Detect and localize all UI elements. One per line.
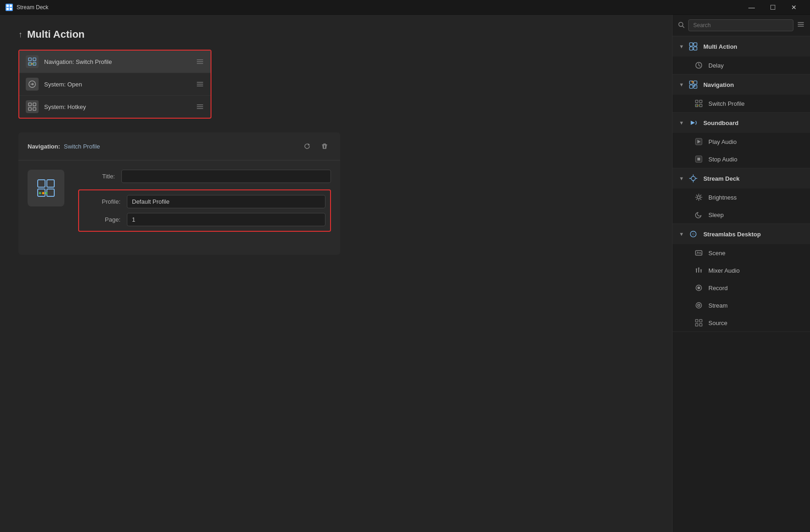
sidebar-item-play-audio[interactable]: Play Audio — [673, 133, 810, 150]
profile-label: Profile: — [84, 198, 120, 205]
title-input[interactable] — [121, 170, 331, 183]
detail-refresh-button[interactable] — [301, 140, 314, 153]
sidebar-section-multi-action: ▼ Multi Action — [673, 36, 810, 74]
action-list: Navigation: Switch Profile System: Open — [18, 50, 211, 119]
stream-label: Stream — [708, 302, 728, 309]
svg-point-22 — [46, 192, 48, 194]
svg-point-78 — [698, 305, 699, 306]
svg-line-61 — [701, 199, 702, 200]
action-item-sys-hotkey[interactable]: System: Hotkey — [19, 96, 211, 118]
sidebar-section-stream-deck: ▼ Stream Deck — [673, 168, 810, 224]
back-icon[interactable]: ↑ — [18, 30, 23, 40]
detail-preview-icon — [28, 170, 64, 206]
mixer-audio-label: Mixer Audio — [708, 267, 740, 274]
sidebar-item-scene[interactable]: Scene — [673, 244, 810, 262]
sidebar-item-source[interactable]: Source — [673, 314, 810, 332]
sidebar-item-stop-audio[interactable]: Stop Audio — [673, 150, 810, 168]
sidebar-section-streamlabs: ▼ Streamlabs Desktop — [673, 224, 810, 332]
svg-rect-39 — [700, 100, 702, 103]
sidebar-list-button[interactable] — [797, 21, 804, 30]
window-controls: — ☐ ✕ — [741, 0, 804, 15]
minimize-button[interactable]: — — [741, 0, 762, 15]
nav-switch-label: Navigation: Switch Profile — [44, 58, 196, 65]
svg-point-71 — [696, 269, 697, 270]
svg-point-72 — [698, 268, 700, 269]
stream-deck-chevron: ▼ — [679, 176, 684, 181]
navigation-title: Navigation — [703, 81, 734, 88]
sleep-label: Sleep — [708, 212, 724, 218]
svg-point-67 — [697, 252, 698, 253]
svg-rect-4 — [29, 58, 31, 61]
detail-body: Title: Profile: Default Profile Page: — [18, 160, 340, 241]
svg-rect-80 — [700, 320, 702, 322]
stream-deck-icon — [688, 173, 699, 184]
sidebar-section-header-navigation[interactable]: ▼ Navigation — [673, 74, 810, 95]
profile-select[interactable]: Default Profile — [127, 195, 325, 208]
svg-point-43 — [697, 105, 698, 106]
svg-point-55 — [697, 196, 700, 199]
stop-audio-icon — [694, 154, 704, 164]
svg-line-24 — [683, 26, 685, 28]
sidebar-section-header-stream-deck[interactable]: ▼ Stream Deck — [673, 168, 810, 189]
delay-icon — [694, 60, 704, 70]
action-item-nav-switch[interactable]: Navigation: Switch Profile — [19, 51, 211, 73]
svg-rect-28 — [690, 43, 693, 46]
nav-switch-icon — [26, 55, 39, 68]
sidebar-section-header-streamlabs[interactable]: ▼ Streamlabs Desktop — [673, 224, 810, 244]
sidebar-search-input[interactable] — [688, 19, 793, 31]
svg-rect-5 — [33, 58, 36, 61]
brightness-icon — [694, 192, 704, 202]
profile-page-box: Profile: Default Profile Page: 1 — [78, 189, 331, 232]
detail-nav-value: Switch Profile — [64, 143, 301, 150]
app-title: Stream Deck — [17, 4, 741, 11]
detail-delete-button[interactable] — [318, 140, 331, 153]
close-button[interactable]: ✕ — [783, 0, 804, 15]
svg-rect-38 — [696, 100, 698, 103]
sidebar-item-sleep[interactable]: Sleep — [673, 206, 810, 223]
svg-point-37 — [694, 86, 696, 87]
sidebar-section-header-soundboard[interactable]: ▼ Soundboard — [673, 113, 810, 133]
play-audio-label: Play Audio — [708, 138, 736, 145]
sys-open-drag[interactable] — [196, 81, 204, 87]
svg-rect-19 — [47, 189, 54, 196]
svg-point-73 — [701, 269, 702, 271]
detail-form: Title: Profile: Default Profile Page: — [78, 170, 331, 232]
sys-open-icon — [26, 78, 39, 91]
sys-hotkey-drag[interactable] — [196, 103, 204, 110]
sys-open-label: System: Open — [44, 81, 196, 88]
scene-label: Scene — [708, 250, 725, 257]
page-header: ↑ Multi Action — [18, 29, 654, 40]
stream-icon — [694, 300, 704, 310]
svg-rect-13 — [33, 103, 36, 106]
page-select[interactable]: 1 — [127, 213, 325, 226]
mixer-audio-icon — [694, 265, 704, 275]
svg-rect-36 — [694, 85, 697, 88]
soundboard-icon — [688, 117, 699, 128]
sys-hotkey-icon — [26, 100, 39, 113]
svg-rect-2 — [6, 8, 9, 10]
app-icon — [6, 4, 13, 11]
sidebar-item-brightness[interactable]: Brightness — [673, 189, 810, 206]
soundboard-title: Soundboard — [703, 120, 739, 126]
sidebar-item-mixer-audio[interactable]: Mixer Audio — [673, 262, 810, 279]
sidebar-item-delay[interactable]: Delay — [673, 57, 810, 74]
svg-marker-45 — [690, 121, 695, 125]
source-icon — [694, 318, 704, 328]
title-row: Title: — [78, 170, 331, 183]
sidebar-item-switch-profile[interactable]: Switch Profile — [673, 95, 810, 112]
switch-profile-icon — [694, 98, 704, 109]
sidebar-section-header-multi-action[interactable]: ▼ Multi Action — [673, 36, 810, 57]
svg-point-10 — [34, 63, 35, 65]
svg-line-63 — [696, 199, 697, 200]
svg-line-60 — [696, 195, 697, 196]
svg-rect-12 — [29, 103, 31, 106]
maximize-button[interactable]: ☐ — [762, 0, 783, 15]
multi-action-chevron: ▼ — [679, 44, 684, 49]
sidebar: ▼ Multi Action — [672, 15, 810, 532]
sidebar-item-stream[interactable]: Stream — [673, 297, 810, 314]
page-title: Multi Action — [27, 29, 85, 40]
play-audio-icon — [694, 137, 704, 147]
sidebar-item-record[interactable]: Record — [673, 279, 810, 297]
action-item-sys-open[interactable]: System: Open — [19, 73, 211, 96]
nav-switch-drag[interactable] — [196, 58, 204, 65]
